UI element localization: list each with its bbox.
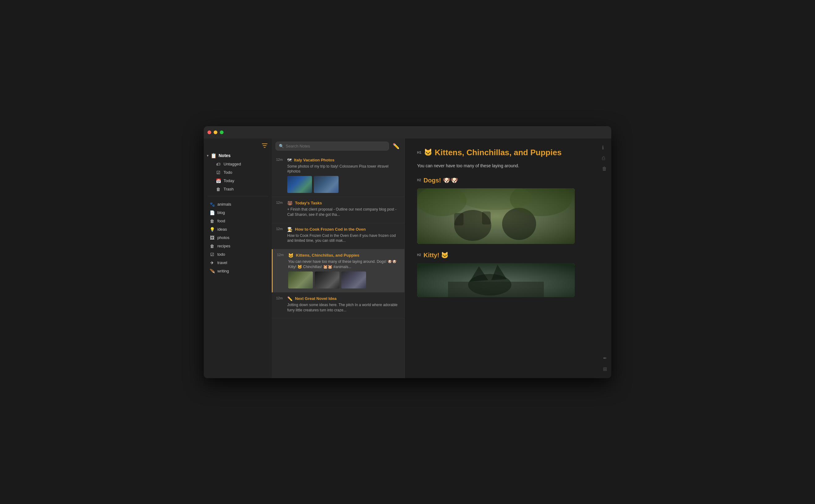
sidebar-item-todo[interactable]: ☑ Todo (212, 169, 270, 177)
note-item-header: 12m 🗺 Italy Vacation Photos (276, 158, 400, 163)
note-preview: Jotting down some ideas here. The pitch … (276, 302, 400, 313)
todo-icon: ☑ (209, 252, 215, 257)
sidebar-divider (207, 196, 268, 196)
note-images (277, 271, 400, 288)
svg-rect-2 (264, 147, 266, 148)
detail-cat-image (417, 263, 575, 297)
blog-icon: 📄 (209, 210, 215, 215)
sidebar-item-untagged[interactable]: 🏷 Untagged (212, 160, 270, 168)
note-preview: + Finish that client proposal - Outline … (276, 207, 400, 217)
info-icon[interactable]: ℹ (602, 145, 607, 151)
sidebar-item-today[interactable]: 📅 Today (212, 177, 270, 185)
note-emoji: 🧑‍🍳 (287, 227, 292, 232)
note-preview: You can never have too many of these lay… (277, 259, 400, 270)
search-icon: 🔍 (279, 144, 284, 148)
sidebar-item-photos[interactable]: 🖼 photos (206, 234, 270, 242)
note-time: 12m (277, 253, 286, 257)
svg-rect-0 (262, 143, 267, 144)
sidebar-item-label: Trash (224, 187, 234, 191)
note-item-tasks[interactable]: 12m 🐻 Today's Tasks + Finish that client… (272, 197, 404, 223)
detail-right-icons: ℹ ⎙ 🗑 (602, 145, 607, 172)
svg-rect-6 (454, 213, 463, 225)
note-title: Today's Tasks (295, 201, 322, 205)
paw-icon: 🐾 (209, 202, 215, 207)
note-title: Kittens, Chinchillas, and Puppies (296, 253, 359, 258)
note-time: 12m (276, 201, 285, 204)
note-item-cod[interactable]: 12m 🧑‍🍳 How to Cook Frozen Cod in the Ov… (272, 223, 404, 250)
note-title: Next Great Novel Idea (295, 296, 336, 301)
sidebar-item-writing[interactable]: 🪶 writing (206, 267, 270, 275)
detail-h2-kitty: H2 Kitty! 🐱 (417, 251, 578, 259)
sidebar-item-animals[interactable]: 🐾 animals (206, 200, 270, 208)
sidebar-item-blog[interactable]: 📄 blog (206, 209, 270, 217)
note-item-header: 12m 🐱 Kittens, Chinchillas, and Puppies (277, 253, 400, 258)
bottom-right-icons: ✒ ⊞ (603, 355, 607, 372)
fullscreen-button[interactable] (220, 130, 224, 134)
minimize-button[interactable] (214, 130, 217, 134)
detail-dogs-image (417, 188, 575, 244)
sidebar-item-travel[interactable]: ✈ travel (206, 259, 270, 267)
app-window: ▾ 📋 Notes 🏷 Untagged ☑ Todo 📅 Today (204, 126, 611, 378)
note-items: 12m 🗺 Italy Vacation Photos Some photos … (272, 154, 404, 378)
note-title: Italy Vacation Photos (294, 158, 335, 162)
sidebar-item-food[interactable]: 🗑 food (206, 217, 270, 225)
close-button[interactable] (207, 130, 211, 134)
detail-h2-dogs: H2 Dogs! 🐶🐶 (417, 177, 578, 184)
tag-section: 🐾 animals 📄 blog 🗑 food 💡 ideas 🖼 (204, 199, 272, 277)
recipes-icon: 🗑 (209, 244, 215, 249)
tag-icon: 🏷 (215, 162, 221, 167)
note-list-header: 🔍 ✏️ (272, 139, 404, 154)
writing-icon: 🪶 (209, 269, 215, 274)
h2-marker: H2 (417, 178, 421, 182)
note-emoji: ✏️ (287, 296, 292, 301)
note-thumbnail (314, 176, 339, 193)
chevron-down-icon: ▾ (207, 154, 209, 158)
main-area: ▾ 📋 Notes 🏷 Untagged ☑ Todo 📅 Today (204, 139, 611, 378)
traffic-lights (207, 130, 224, 134)
detail-content: H1 🐱 Kittens, Chinchillas, and Puppies Y… (417, 148, 578, 297)
note-item-kittens[interactable]: 12m 🐱 Kittens, Chinchillas, and Puppies … (272, 249, 404, 293)
sidebar-item-label: recipes (217, 244, 230, 248)
checkbox-icon: ☑ (215, 170, 221, 175)
note-item-header: 12m 🐻 Today's Tasks (276, 201, 400, 206)
sidebar-item-trash[interactable]: 🗑 Trash (212, 185, 270, 193)
sidebar-item-recipes[interactable]: 🗑 recipes (206, 242, 270, 250)
note-preview: How to Cook Frozen Cod in the Oven Even … (276, 233, 400, 244)
compose-button[interactable]: ✏️ (391, 142, 401, 151)
note-thumbnail (341, 271, 366, 288)
note-preview: Some photos of my trip to Italy! Colosse… (276, 164, 400, 174)
smart-folders: 🏷 Untagged ☑ Todo 📅 Today 🗑 Trash (204, 160, 272, 194)
note-emoji: 🐻 (287, 201, 292, 206)
note-time: 12m (276, 158, 285, 161)
note-item-italy[interactable]: 12m 🗺 Italy Vacation Photos Some photos … (272, 154, 404, 197)
search-input[interactable] (286, 144, 386, 148)
svg-rect-7 (482, 211, 491, 224)
detail-h1: H1 🐱 Kittens, Chinchillas, and Puppies (417, 148, 578, 157)
sidebar-notes-header[interactable]: ▾ 📋 Notes (204, 152, 272, 160)
detail-h2-title: Dogs! 🐶🐶 (424, 177, 458, 184)
titlebar (204, 126, 611, 139)
note-time: 12m (276, 227, 285, 231)
search-bar[interactable]: 🔍 (275, 142, 389, 151)
note-emoji: 🗺 (287, 158, 292, 163)
layout-icon[interactable]: ⊞ (603, 366, 607, 372)
sidebar-item-label: travel (217, 260, 227, 265)
note-thumbnail (288, 271, 313, 288)
note-images (276, 176, 400, 193)
note-time: 12m (276, 296, 285, 300)
sidebar-item-label: photos (217, 235, 229, 240)
notes-folder-icon: 📋 (211, 153, 217, 159)
detail-title: Kittens, Chinchillas, and Puppies (435, 148, 561, 157)
sidebar-item-todo-tag[interactable]: ☑ todo (206, 250, 270, 258)
sidebar-item-ideas[interactable]: 💡 ideas (206, 225, 270, 233)
note-item-novel[interactable]: 12m ✏️ Next Great Novel Idea Jotting dow… (272, 293, 404, 319)
note-item-header: 12m 🧑‍🍳 How to Cook Frozen Cod in the Ov… (276, 227, 400, 232)
notes-label: Notes (219, 153, 231, 158)
note-title: How to Cook Frozen Cod in the Oven (295, 227, 366, 232)
share-icon[interactable]: ⎙ (602, 156, 607, 161)
pen-icon[interactable]: ✒ (603, 355, 607, 361)
delete-icon[interactable]: 🗑 (602, 166, 607, 172)
note-thumbnail (287, 176, 312, 193)
calendar-icon: 📅 (215, 178, 221, 183)
filter-icon-area[interactable] (204, 142, 272, 152)
